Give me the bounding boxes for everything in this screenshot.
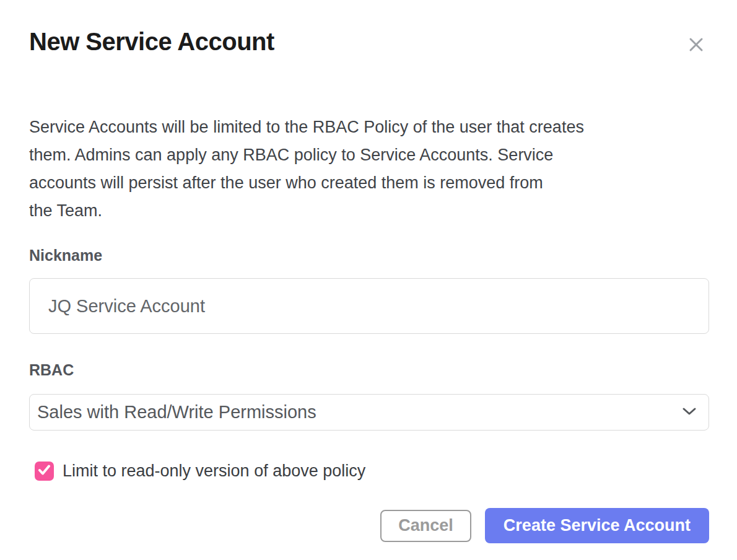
readonly-checkbox-row: Limit to read-only version of above poli… (35, 460, 709, 481)
description-line: Service Accounts will be limited to the … (29, 113, 709, 141)
rbac-selected-value: Sales with Read/Write Permissions (37, 402, 316, 422)
create-service-account-button[interactable]: Create Service Account (485, 508, 709, 543)
nickname-label: Nickname (29, 247, 709, 263)
readonly-checkbox-label[interactable]: Limit to read-only version of above poli… (63, 462, 365, 481)
modal-title: New Service Account (29, 28, 274, 55)
rbac-select[interactable]: Sales with Read/Write Permissions (29, 394, 709, 431)
modal-header: New Service Account (29, 28, 709, 58)
close-button[interactable] (683, 32, 709, 58)
cancel-button[interactable]: Cancel (380, 510, 471, 542)
modal-description: Service Accounts will be limited to the … (29, 113, 709, 225)
readonly-checkbox[interactable] (35, 462, 54, 481)
checkmark-icon (37, 463, 51, 479)
new-service-account-modal: New Service Account Service Accounts wil… (0, 0, 737, 560)
modal-footer: Cancel Create Service Account (29, 508, 709, 543)
description-line: accounts will persist after the user who… (29, 169, 709, 197)
rbac-label: RBAC (29, 362, 709, 378)
description-line: the Team. (29, 197, 709, 225)
chevron-down-icon (682, 407, 697, 418)
close-icon (686, 48, 707, 57)
nickname-input[interactable] (29, 278, 709, 334)
description-line: them. Admins can apply any RBAC policy t… (29, 141, 709, 169)
